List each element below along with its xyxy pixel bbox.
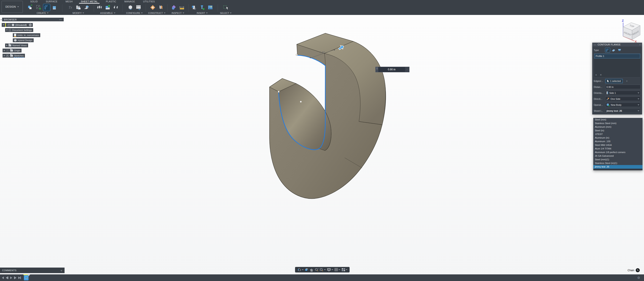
type-flat-icon[interactable] xyxy=(611,48,616,52)
create-sketch-icon[interactable] xyxy=(35,4,42,11)
grid-settings-icon[interactable] xyxy=(334,268,340,271)
browser-row-units[interactable]: Units: in, ouncemass xyxy=(13,33,40,37)
edges-select-button[interactable]: 1 selected xyxy=(605,79,623,83)
group-label-insert[interactable]: INSERT xyxy=(197,12,208,14)
sheet-metal-rules-icon[interactable] xyxy=(75,4,82,11)
new-component-icon[interactable] xyxy=(27,4,34,11)
tab-mesh[interactable]: MESH xyxy=(65,0,73,4)
timeline-go-start-button[interactable] xyxy=(2,276,4,279)
dropdown-option[interactable]: Stainless Steel (in)(1) xyxy=(593,161,642,165)
tab-utilities[interactable]: UTILITIES xyxy=(143,0,155,4)
type-contour-flange-icon[interactable] xyxy=(605,48,610,52)
contour-flange-tool-icon[interactable] xyxy=(43,4,50,11)
group-label-modify[interactable]: MODIFY xyxy=(73,12,84,14)
dimension-options-icon[interactable]: ∶∶ xyxy=(405,67,409,72)
design-workspace-menu[interactable]: DESIGN xyxy=(2,1,23,13)
timeline-step-forward-button[interactable] xyxy=(14,276,16,279)
browser-collapse-arrow[interactable]: ◂ xyxy=(0,18,2,21)
chevron-collapsed-icon[interactable] xyxy=(6,45,8,46)
modify-text-icon[interactable]: Tx xyxy=(67,4,74,11)
viewports-icon[interactable] xyxy=(342,268,348,271)
direction-select[interactable]: One Side xyxy=(605,97,640,101)
activate-component-icon[interactable] xyxy=(29,24,32,26)
extrude-icon[interactable] xyxy=(51,4,58,11)
browser-panel-header[interactable]: BROWSER — xyxy=(2,18,64,21)
dropdown-option[interactable]: Steel (mm) xyxy=(593,118,642,122)
group-label-configure[interactable]: CONFIGURE xyxy=(126,12,143,14)
group-label-construct[interactable]: CONSTRUCT xyxy=(148,12,165,14)
tab-solid[interactable]: SOLID xyxy=(30,0,38,4)
dialog-expand-icon[interactable]: » xyxy=(639,44,640,46)
dimension-input-box[interactable]: ≋≋ 0.90 in ∶∶ xyxy=(375,67,410,72)
dialog-collapse-icon[interactable]: — xyxy=(594,43,596,46)
profile-listbox[interactable]: Profile 1 + × xyxy=(594,53,640,78)
vertex-dot[interactable] xyxy=(278,91,280,93)
sheet-rule-select[interactable]: jimmy test .35 xyxy=(605,109,640,113)
configure-body-icon[interactable] xyxy=(127,4,134,11)
look-at-icon[interactable] xyxy=(305,268,309,271)
browser-row-sketches[interactable]: Sketches xyxy=(2,54,25,58)
inspect-analysis-icon[interactable] xyxy=(170,4,177,11)
visibility-eye-icon[interactable] xyxy=(8,24,11,26)
browser-row-document-settings[interactable]: Document Settings xyxy=(5,28,33,32)
group-label-select[interactable]: SELECT xyxy=(220,12,232,14)
timeline-play-button[interactable] xyxy=(10,276,12,279)
operation-select[interactable]: New Body xyxy=(605,103,640,107)
remove-profile-button[interactable]: × xyxy=(600,73,602,77)
construct-axis-icon[interactable] xyxy=(158,4,164,11)
zoom-window-icon[interactable] xyxy=(320,268,326,272)
dropdown-option[interactable]: Steel (in) xyxy=(593,129,642,132)
timeline-step-back-button[interactable] xyxy=(6,276,8,279)
group-label-create[interactable]: CREATE xyxy=(37,12,48,14)
chevron-collapsed-icon[interactable] xyxy=(4,50,5,51)
group-label-inspect[interactable]: INSPECT xyxy=(172,12,184,14)
tab-surface[interactable]: SURFACE xyxy=(46,0,58,4)
chain-mode-icon[interactable]: ✎ xyxy=(636,268,640,272)
group-label-assemble[interactable]: ASSEMBLE xyxy=(100,12,115,14)
insert-derive-icon[interactable] xyxy=(191,4,198,11)
vertex-dot[interactable] xyxy=(296,54,298,56)
comments-bar[interactable]: COMMENTS + xyxy=(0,267,64,273)
insert-canvas-icon[interactable] xyxy=(207,4,214,11)
dropdown-option[interactable]: Alumnium 1/8 perfect corners xyxy=(593,151,642,154)
collapse-icon[interactable]: — xyxy=(59,18,62,21)
visibility-eye-off-icon[interactable] xyxy=(6,50,9,52)
dialog-header[interactable]: — CONTOUR FLANGE » xyxy=(592,43,642,47)
zoom-icon[interactable]: ± xyxy=(315,268,318,272)
display-settings-icon[interactable] xyxy=(327,268,333,271)
dropdown-option[interactable]: Stainless Steel (mm) xyxy=(593,122,642,125)
tab-sheet-metal[interactable]: SHEET METAL xyxy=(80,0,98,4)
vertex-dot[interactable] xyxy=(300,101,302,103)
dropdown-option[interactable]: Steel (mm)(1) xyxy=(593,158,642,161)
profile-list-item[interactable]: Profile 1 xyxy=(594,54,640,58)
timeline-sketch-feature[interactable] xyxy=(24,275,28,280)
edges-clear-icon[interactable]: × xyxy=(626,80,628,82)
new-design-icon[interactable] xyxy=(96,4,103,11)
browser-row-unsaved[interactable]: (Unsaved) xyxy=(2,23,33,27)
chevron-expand-icon[interactable] xyxy=(3,25,4,26)
tab-manage[interactable]: MANAGE xyxy=(124,0,136,4)
construct-plane-icon[interactable] xyxy=(149,4,156,11)
sheet-metal-model[interactable]: 0.90 xyxy=(262,30,394,200)
dropdown-option[interactable]: 26 GA Galvanized xyxy=(593,154,642,158)
measure-icon[interactable] xyxy=(178,4,185,11)
dropdown-option[interactable]: Aluminum .100 xyxy=(593,140,642,143)
timeline-go-end-button[interactable] xyxy=(18,276,21,279)
view-cube[interactable]: Z X TOP FRONT RIGHT xyxy=(619,19,644,43)
orientation-select[interactable]: Side 1 xyxy=(605,91,640,95)
dropdown-option[interactable]: Aluminum (in) xyxy=(593,136,642,140)
dropdown-option[interactable]: Alum 1/4 TITAN xyxy=(593,147,642,151)
dropdown-option-selected[interactable]: jimmy test .35 xyxy=(593,165,642,169)
unfold-icon[interactable] xyxy=(83,4,90,11)
browser-row-origin[interactable]: Origin xyxy=(2,49,22,53)
new-component-assemble-icon[interactable] xyxy=(104,4,111,11)
browser-row-hybrid-design[interactable]: Hybrid Design xyxy=(13,38,34,42)
add-comment-button[interactable]: + xyxy=(60,269,62,272)
pan-icon[interactable] xyxy=(310,268,313,272)
dimension-value-input[interactable]: 0.90 in xyxy=(378,67,405,72)
dropdown-option[interactable]: .6TEST xyxy=(593,132,642,136)
browser-row-named-views[interactable]: Named Views xyxy=(5,44,28,47)
dropdown-option[interactable]: Steel Mild 14GA xyxy=(593,143,642,147)
type-hem-icon[interactable] xyxy=(617,48,622,52)
select-tool-icon[interactable] xyxy=(222,4,229,11)
